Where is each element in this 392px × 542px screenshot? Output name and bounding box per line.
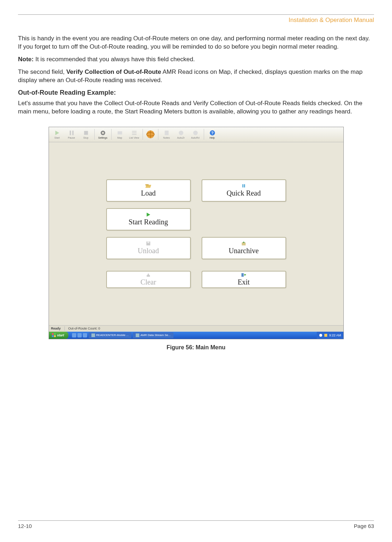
- verify-bold: Verify Collection of Out-of-Route: [66, 68, 161, 75]
- gear-icon: [100, 130, 106, 136]
- play-icon: [54, 130, 60, 136]
- app-screenshot: Start Pause Stop Settings Map L: [49, 127, 344, 339]
- note-label: Note:: [18, 56, 33, 63]
- svg-rect-20: [244, 184, 245, 188]
- toolbar-start: Start: [50, 128, 64, 141]
- svg-marker-25: [242, 242, 245, 243]
- taskbar: start READCENTER-Mobile ... AMR Data Str…: [49, 332, 343, 339]
- svg-point-13: [179, 131, 183, 135]
- unload-button: Unload: [106, 237, 191, 259]
- toolbar-stop: Stop: [79, 128, 93, 141]
- header-title: Installation & Operation Manual: [18, 17, 374, 24]
- quick-read-icon: [240, 183, 247, 188]
- globe-icon: [146, 130, 155, 139]
- autozr-icon: [178, 130, 184, 136]
- ql-icon[interactable]: [77, 333, 82, 337]
- toolbar-notes: Notes: [160, 128, 174, 141]
- toolbar-map: Map: [113, 128, 127, 141]
- play-icon: [145, 212, 152, 217]
- unarchive-icon: [240, 241, 247, 246]
- taskbar-task-1[interactable]: READCENTER-Mobile ...: [89, 332, 131, 338]
- note-paragraph: Note: It is recommended that you always …: [18, 55, 374, 64]
- autord-icon: [192, 130, 199, 136]
- footer-left: 12-10: [18, 523, 32, 529]
- status-ready: Ready: [51, 327, 61, 330]
- svg-rect-33: [54, 335, 56, 337]
- app-icon: [136, 333, 139, 337]
- footer-right: Page 63: [354, 523, 374, 529]
- clear-icon: [145, 272, 152, 277]
- svg-point-5: [102, 132, 104, 134]
- quick-launch: [72, 333, 87, 337]
- start-menu-button[interactable]: start: [49, 332, 69, 339]
- toolbar-pause: Pause: [65, 128, 78, 141]
- svg-rect-31: [54, 333, 56, 335]
- toolbar-settings[interactable]: Settings: [96, 128, 110, 141]
- svg-marker-21: [147, 213, 150, 217]
- note-text: It is recommended that you always have t…: [33, 56, 195, 63]
- svg-rect-6: [117, 131, 122, 135]
- svg-rect-12: [165, 131, 168, 135]
- exit-button[interactable]: Exit: [202, 271, 286, 288]
- clear-button: Clear: [106, 271, 191, 288]
- toolbar-help[interactable]: ? Help: [206, 128, 219, 141]
- load-button[interactable]: Load: [106, 179, 191, 202]
- pause-icon: [68, 130, 75, 136]
- main-panel: Load Quick Read Start Reading Unload: [49, 142, 343, 325]
- svg-rect-32: [52, 335, 54, 337]
- svg-rect-8: [132, 133, 136, 133]
- status-bar: Ready Out-of-Route Count: 0: [49, 325, 343, 332]
- svg-rect-1: [69, 131, 71, 135]
- app-toolbar: Start Pause Stop Settings Map L: [49, 127, 343, 142]
- section-heading: Out-of-Route Reading Example:: [18, 89, 374, 97]
- svg-rect-19: [242, 184, 243, 188]
- system-tray: 9:22 AM: [317, 332, 343, 339]
- save-icon: [145, 241, 152, 246]
- clock: 9:22 AM: [329, 333, 341, 337]
- svg-rect-3: [84, 131, 88, 135]
- unarchive-button[interactable]: Unarchive: [202, 237, 286, 259]
- tray-icon[interactable]: [324, 333, 328, 337]
- svg-marker-27: [147, 273, 149, 275]
- svg-rect-35: [136, 333, 139, 337]
- notes-icon: [163, 130, 170, 136]
- svg-rect-37: [324, 334, 327, 337]
- svg-rect-7: [132, 131, 136, 132]
- svg-marker-0: [55, 131, 59, 135]
- svg-rect-18: [145, 184, 149, 186]
- ql-icon[interactable]: [72, 333, 76, 337]
- intro-paragraph: This is handy in the event you are readi…: [18, 35, 374, 51]
- exit-icon: [240, 272, 247, 277]
- svg-rect-9: [132, 134, 136, 135]
- app-icon: [91, 333, 95, 337]
- svg-rect-24: [242, 242, 246, 245]
- quick-read-button[interactable]: Quick Read: [202, 179, 286, 202]
- toolbar-globe[interactable]: [144, 128, 157, 141]
- toolbar-listview: List View: [127, 128, 141, 141]
- help-icon: ?: [209, 130, 216, 136]
- svg-rect-28: [242, 273, 244, 277]
- svg-rect-2: [72, 131, 73, 135]
- svg-point-14: [193, 131, 198, 135]
- start-reading-button[interactable]: Start Reading: [106, 208, 191, 230]
- example-paragraph: Let's assume that you have the Collect O…: [18, 99, 374, 116]
- ql-icon[interactable]: [83, 333, 87, 337]
- toolbar-autord: AutoRd: [189, 128, 202, 141]
- svg-rect-23: [147, 242, 149, 243]
- status-count: Out-of-Route Count: 0: [68, 327, 100, 330]
- svg-text:?: ?: [211, 131, 213, 135]
- windows-icon: [52, 333, 56, 337]
- map-icon: [117, 130, 123, 136]
- svg-point-36: [319, 334, 322, 337]
- toolbar-autozr: AutoZr: [174, 128, 188, 141]
- svg-rect-30: [52, 333, 54, 335]
- figure-caption: Figure 56: Main Menu: [18, 344, 374, 351]
- list-icon: [131, 130, 138, 136]
- tray-icon[interactable]: [319, 333, 323, 337]
- verify-paragraph: The second field, Verify Collection of O…: [18, 68, 374, 85]
- stop-icon: [83, 130, 89, 136]
- svg-rect-26: [147, 275, 150, 277]
- svg-marker-29: [244, 274, 246, 276]
- taskbar-task-2[interactable]: AMR Data Stream Se...: [133, 332, 174, 338]
- svg-rect-34: [91, 333, 95, 337]
